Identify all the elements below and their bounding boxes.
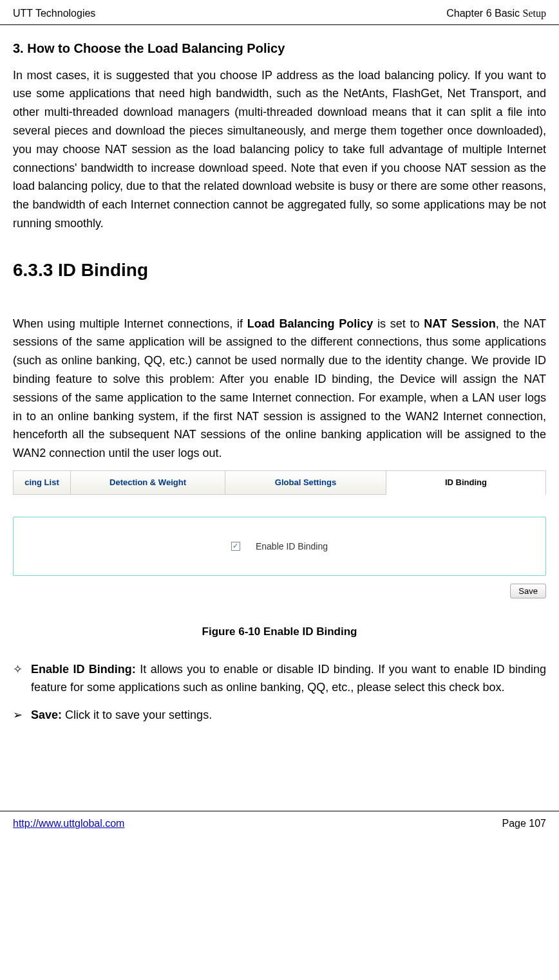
footer-page-number: Page 107 (502, 815, 546, 832)
section-heading-load-balancing: 3. How to Choose the Load Balancing Poli… (13, 38, 546, 59)
bullet-save: ➢Save: Click it to save your settings. (13, 706, 546, 725)
figure-screenshot: cing List Detection & Weight Global Sett… (13, 470, 546, 598)
tab-global-settings[interactable]: Global Settings (225, 470, 386, 495)
section-body-load-balancing: In most cases, it is suggested that you … (13, 66, 546, 233)
diamond-icon: ✧ (13, 660, 31, 679)
tab-id-binding[interactable]: ID Binding (386, 470, 546, 495)
header-company: UTT Technologies (13, 5, 95, 22)
arrow-icon: ➢ (13, 706, 31, 725)
save-button[interactable]: Save (510, 584, 546, 598)
save-row: Save (13, 584, 546, 598)
id-binding-panel: ✓ Enable ID Binding (13, 517, 546, 576)
header-chapter: Chapter 6 Basic Setup (446, 5, 546, 22)
page-header: UTT Technologies Chapter 6 Basic Setup (0, 0, 559, 25)
tab-bar: cing List Detection & Weight Global Sett… (13, 470, 546, 495)
page-content: 3. How to Choose the Load Balancing Poli… (0, 25, 559, 759)
enable-id-binding-label: Enable ID Binding (256, 539, 328, 553)
bullet-enable-id-binding: ✧Enable ID Binding: It allows you to ena… (13, 660, 546, 698)
subsection-heading-id-binding: 6.3.3 ID Binding (13, 256, 546, 285)
page-footer: http://www.uttglobal.com Page 107 (0, 811, 559, 841)
tab-detection-weight[interactable]: Detection & Weight (71, 470, 225, 495)
footer-url-link[interactable]: http://www.uttglobal.com (13, 815, 124, 832)
enable-id-binding-checkbox[interactable]: ✓ (231, 542, 240, 551)
subsection-body-id-binding: When using multiple Internet connections… (13, 315, 546, 463)
tab-cing-list[interactable]: cing List (13, 470, 71, 495)
figure-caption: Figure 6-10 Enable ID Binding (13, 623, 546, 640)
